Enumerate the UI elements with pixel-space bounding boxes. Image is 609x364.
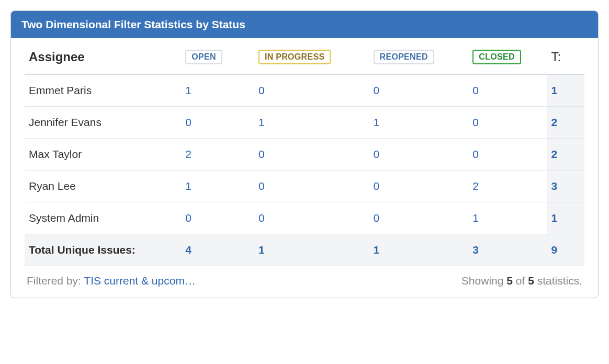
- count-link[interactable]: 0: [472, 116, 479, 128]
- count-cell: 0: [369, 202, 469, 234]
- column-header-open[interactable]: OPEN: [181, 48, 254, 74]
- count-cell: 0: [369, 139, 469, 170]
- count-link[interactable]: 2: [472, 180, 479, 192]
- row-total-cell: 1: [547, 74, 584, 107]
- totals-count-cell: 1: [369, 234, 469, 266]
- count-cell: 0: [468, 107, 547, 139]
- count-cell: 0: [369, 74, 469, 107]
- row-total-cell: 1: [547, 202, 584, 234]
- assignee-name: System Admin: [25, 202, 181, 234]
- count-cell: 1: [181, 74, 254, 107]
- table-row: Emmet Paris10001: [25, 74, 584, 107]
- showing-suffix: statistics.: [534, 275, 582, 287]
- count-link[interactable]: 2: [185, 148, 191, 160]
- count-link[interactable]: 1: [472, 212, 479, 224]
- count-cell: 1: [181, 170, 254, 202]
- count-cell: 0: [254, 74, 369, 107]
- row-total-cell: 2: [547, 139, 584, 170]
- assignee-name: Max Taylor: [25, 139, 181, 170]
- count-cell: 2: [468, 170, 547, 202]
- gadget-footer: Filtered by: TIS current & upcom… Showin…: [25, 266, 584, 288]
- totals-count-link[interactable]: 1: [374, 244, 380, 256]
- count-link[interactable]: 0: [374, 148, 380, 160]
- totals-count-link[interactable]: 4: [185, 244, 191, 256]
- totals-count-link[interactable]: 3: [472, 244, 479, 256]
- status-lozenge-reopened: REOPENED: [374, 50, 434, 64]
- filter-link[interactable]: TIS current & upcom…: [84, 275, 196, 287]
- count-link[interactable]: 0: [374, 212, 380, 224]
- assignee-name: Ryan Lee: [25, 170, 181, 202]
- statistics-table: Assignee OPEN IN PROGRESS REOPENED CLOSE…: [25, 48, 584, 266]
- count-link[interactable]: 0: [374, 84, 380, 96]
- count-link[interactable]: 0: [258, 180, 265, 192]
- totals-count-cell: 4: [181, 234, 254, 266]
- count-cell: 1: [468, 202, 547, 234]
- gadget-title: Two Dimensional Filter Statistics by Sta…: [11, 11, 598, 38]
- count-link[interactable]: 0: [472, 148, 479, 160]
- count-link[interactable]: 0: [258, 212, 265, 224]
- row-total-link[interactable]: 1: [551, 84, 558, 96]
- count-link[interactable]: 0: [472, 84, 479, 96]
- count-cell: 0: [468, 139, 547, 170]
- count-link[interactable]: 0: [258, 148, 265, 160]
- row-total-link[interactable]: 2: [551, 116, 558, 128]
- assignee-name: Emmet Paris: [25, 74, 181, 107]
- column-header-assignee: Assignee: [25, 48, 181, 74]
- column-header-in-progress[interactable]: IN PROGRESS: [254, 48, 369, 74]
- totals-count-cell: 3: [468, 234, 547, 266]
- grand-total-cell: 9: [547, 234, 584, 266]
- count-cell: 1: [369, 107, 469, 139]
- filtered-by: Filtered by: TIS current & upcom…: [27, 275, 196, 287]
- count-cell: 1: [254, 107, 369, 139]
- table-row: System Admin00011: [25, 202, 584, 234]
- assignee-name: Jennifer Evans: [25, 107, 181, 139]
- showing-total: 5: [528, 275, 534, 287]
- count-link[interactable]: 1: [374, 116, 380, 128]
- row-total-cell: 3: [547, 170, 584, 202]
- table-row: Ryan Lee10023: [25, 170, 584, 202]
- filtered-by-label: Filtered by:: [27, 275, 84, 287]
- status-lozenge-in-progress: IN PROGRESS: [258, 50, 331, 64]
- count-cell: 0: [181, 107, 254, 139]
- totals-label: Total Unique Issues:: [25, 234, 181, 266]
- totals-count-cell: 1: [254, 234, 369, 266]
- count-link[interactable]: 0: [258, 84, 265, 96]
- count-link[interactable]: 1: [185, 84, 191, 96]
- gadget-body: Assignee OPEN IN PROGRESS REOPENED CLOSE…: [11, 38, 598, 298]
- table-row: Max Taylor20002: [25, 139, 584, 170]
- row-total-link[interactable]: 1: [551, 212, 558, 224]
- table-header-row: Assignee OPEN IN PROGRESS REOPENED CLOSE…: [25, 48, 584, 74]
- count-link[interactable]: 0: [374, 180, 380, 192]
- filter-statistics-gadget: Two Dimensional Filter Statistics by Sta…: [10, 10, 599, 298]
- count-cell: 0: [254, 170, 369, 202]
- status-lozenge-closed: CLOSED: [472, 50, 521, 64]
- totals-row: Total Unique Issues:41139: [25, 234, 584, 266]
- count-cell: 0: [369, 170, 469, 202]
- count-link[interactable]: 0: [185, 212, 191, 224]
- showing-of: of: [513, 275, 528, 287]
- column-header-total: T:: [547, 48, 584, 74]
- column-header-reopened[interactable]: REOPENED: [369, 48, 469, 74]
- showing-count: 5: [506, 275, 513, 287]
- grand-total-link[interactable]: 9: [551, 244, 558, 256]
- count-cell: 0: [254, 202, 369, 234]
- row-total-link[interactable]: 3: [551, 180, 558, 192]
- count-cell: 0: [468, 74, 547, 107]
- count-cell: 2: [181, 139, 254, 170]
- row-total-cell: 2: [547, 107, 584, 139]
- count-cell: 0: [181, 202, 254, 234]
- showing-prefix: Showing: [461, 275, 506, 287]
- status-lozenge-open: OPEN: [185, 50, 222, 64]
- column-header-closed[interactable]: CLOSED: [468, 48, 547, 74]
- totals-count-link[interactable]: 1: [258, 244, 265, 256]
- row-total-link[interactable]: 2: [551, 148, 558, 160]
- count-link[interactable]: 0: [185, 116, 191, 128]
- count-cell: 0: [254, 139, 369, 170]
- showing-summary: Showing 5 of 5 statistics.: [461, 275, 582, 287]
- count-link[interactable]: 1: [185, 180, 191, 192]
- table-row: Jennifer Evans01102: [25, 107, 584, 139]
- count-link[interactable]: 1: [258, 116, 265, 128]
